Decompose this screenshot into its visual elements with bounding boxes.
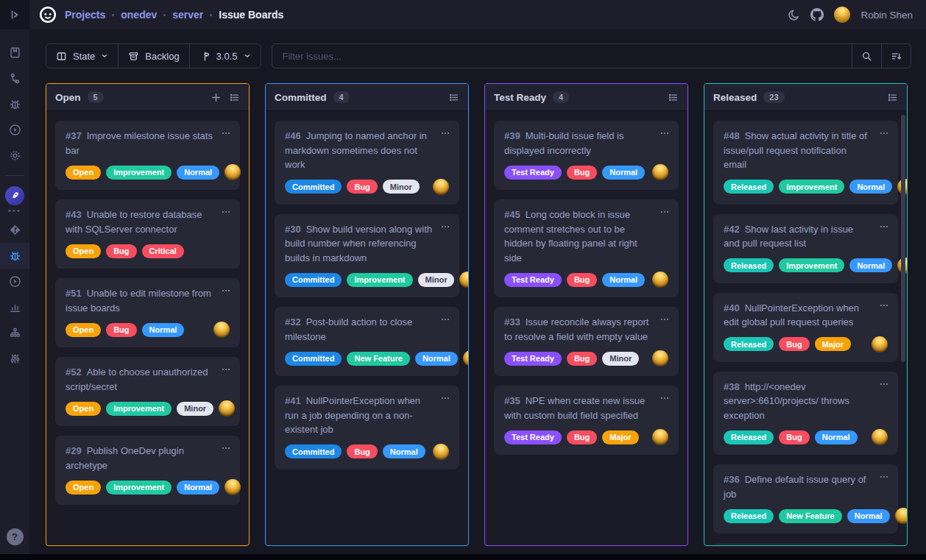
search-button[interactable] xyxy=(852,44,881,68)
assignee-avatar[interactable] xyxy=(652,350,668,366)
sidebar-item-code[interactable] xyxy=(0,217,29,243)
sidebar-item-administration[interactable] xyxy=(0,143,29,169)
assignee-avatar[interactable] xyxy=(213,322,230,338)
github-icon[interactable] xyxy=(810,8,824,21)
moon-icon[interactable] xyxy=(788,9,800,21)
assignee-avatar[interactable] xyxy=(872,336,888,352)
issue-card[interactable]: #41NullPointerException when run a job d… xyxy=(275,386,459,469)
sidebar-item-stats[interactable] xyxy=(0,294,29,320)
add-card-button[interactable] xyxy=(211,92,222,103)
column-menu-button[interactable] xyxy=(887,92,898,103)
assignee-avatar[interactable] xyxy=(459,272,468,288)
assignee-avatar[interactable] xyxy=(219,400,235,417)
column-menu-button[interactable] xyxy=(229,92,240,103)
card-menu-button[interactable] xyxy=(660,314,670,325)
sidebar-toggle-button[interactable] xyxy=(0,0,29,29)
assignee-avatar[interactable] xyxy=(225,164,241,180)
issue-card[interactable]: #48Show actual activity in title of issu… xyxy=(713,121,898,205)
card-menu-button[interactable] xyxy=(879,221,889,232)
sidebar-item-builds[interactable] xyxy=(0,117,29,143)
bug-icon xyxy=(9,98,21,110)
issue-card[interactable]: #30Show build version along with build n… xyxy=(275,214,459,298)
issue-card[interactable]: #51Unable to edit milestone from issue b… xyxy=(55,278,240,347)
issue-card[interactable]: #32Post-build action to close milestone … xyxy=(275,307,459,376)
user-name[interactable]: Robin Shen xyxy=(860,10,913,21)
column-scrollbar[interactable] xyxy=(901,115,905,362)
card-menu-button[interactable] xyxy=(440,393,450,403)
assignee-avatar[interactable] xyxy=(225,479,241,495)
assignee-avatar[interactable] xyxy=(652,164,668,180)
card-menu-button[interactable] xyxy=(221,286,231,296)
issue-card[interactable]: #52Able to choose unauthorized script/se… xyxy=(55,357,240,426)
onedev-logo[interactable] xyxy=(38,5,57,24)
filter-issues-input[interactable] xyxy=(272,44,852,68)
assignee-avatar[interactable] xyxy=(433,179,449,195)
column-menu-button[interactable] xyxy=(668,92,679,103)
issue-card[interactable]: #38http://<onedev server>:6610/projects/… xyxy=(713,372,898,456)
help-button[interactable]: ? xyxy=(7,528,24,545)
user-avatar[interactable] xyxy=(834,7,850,23)
issue-title: Define default issue query of job xyxy=(724,474,866,500)
issue-card[interactable]: #33Issue reconcile always report to reso… xyxy=(494,307,679,376)
card-menu-button[interactable] xyxy=(440,221,450,232)
sidebar-item-project-issues[interactable] xyxy=(0,243,29,269)
list-menu-icon xyxy=(229,92,240,103)
assignee-avatar[interactable] xyxy=(895,508,907,524)
sidebar-more-ellipsis-icon[interactable]: ••• xyxy=(8,208,21,217)
issue-title-row: #45Long code block in issue comment stre… xyxy=(504,208,668,265)
issue-label: Normal xyxy=(847,509,890,523)
card-menu-button[interactable] xyxy=(221,207,231,217)
issue-card[interactable]: #40NullPointerException when edit global… xyxy=(713,293,898,362)
sidebar-item-settings[interactable] xyxy=(0,346,29,372)
card-menu-button[interactable] xyxy=(879,128,889,138)
issue-card[interactable]: #29Publish OneDev plugin archetype OpenI… xyxy=(55,436,240,505)
milestone-dropdown-button[interactable]: 3.0.5 xyxy=(190,44,261,68)
breadcrumb-server[interactable]: server xyxy=(172,9,203,21)
issue-card[interactable]: #42Show last activity in issue and pull … xyxy=(713,214,898,283)
assignee-avatar[interactable] xyxy=(463,350,468,366)
order-lines-icon xyxy=(891,51,902,62)
card-menu-button[interactable] xyxy=(440,128,450,138)
card-menu-button[interactable] xyxy=(221,443,231,453)
issue-card[interactable]: #36Define default issue query of job Rel… xyxy=(713,464,898,534)
column-title: Committed xyxy=(275,92,327,103)
card-menu-button[interactable] xyxy=(440,314,450,325)
assignee-avatar[interactable] xyxy=(652,429,668,445)
sidebar-item-projects[interactable] xyxy=(0,40,29,65)
column-menu-button[interactable] xyxy=(448,92,459,103)
issue-card[interactable]: #43Unable to restore database with SQLSe… xyxy=(55,199,240,269)
card-menu-button[interactable] xyxy=(660,207,670,217)
card-menu-button[interactable] xyxy=(660,393,670,403)
saved-queries-toggle-button[interactable] xyxy=(881,44,911,68)
horizontal-scrollbar-track[interactable] xyxy=(0,554,926,560)
issue-label: Open xyxy=(66,402,101,416)
issue-title: Multi-build issue field is displayed inc… xyxy=(504,130,623,156)
card-menu-button[interactable] xyxy=(879,300,889,311)
issue-number: #39 xyxy=(504,130,520,141)
backlog-button[interactable]: Backlog xyxy=(119,44,189,68)
sidebar-project-avatar[interactable] xyxy=(0,182,29,208)
sidebar-item-project-builds[interactable] xyxy=(0,269,29,294)
breadcrumb-projects[interactable]: Projects xyxy=(65,9,105,21)
issue-card[interactable]: #39Multi-build issue field is displayed … xyxy=(494,121,679,190)
sidebar-item-hierarchy[interactable] xyxy=(0,320,29,346)
issue-card[interactable]: #34Display open milestones first when ch… xyxy=(713,543,898,545)
issue-title-row: #39Multi-build issue field is displayed … xyxy=(504,129,668,157)
card-menu-button[interactable] xyxy=(660,128,670,138)
issue-labels: OpenImprovementNormal xyxy=(66,164,230,180)
card-menu-button[interactable] xyxy=(221,364,231,375)
assignee-avatar[interactable] xyxy=(652,272,668,288)
issue-card[interactable]: #45Long code block in issue comment stre… xyxy=(494,199,679,297)
sidebar-item-pull-requests[interactable] xyxy=(0,65,29,91)
issue-card[interactable]: #37Improve milestone issue stats bar Ope… xyxy=(55,121,240,190)
assignee-avatar[interactable] xyxy=(433,444,449,460)
card-menu-button[interactable] xyxy=(879,472,889,482)
issue-card[interactable]: #35NPE when create new issue with custom… xyxy=(494,386,679,455)
state-dropdown-button[interactable]: State xyxy=(46,44,119,68)
sidebar-item-issues[interactable] xyxy=(0,91,29,117)
card-menu-button[interactable] xyxy=(879,379,889,389)
issue-card[interactable]: #46Jumping to named anchor in markdown s… xyxy=(275,121,459,205)
breadcrumb-onedev[interactable]: onedev xyxy=(121,9,157,21)
assignee-avatar[interactable] xyxy=(872,429,888,445)
card-menu-button[interactable] xyxy=(221,128,231,138)
